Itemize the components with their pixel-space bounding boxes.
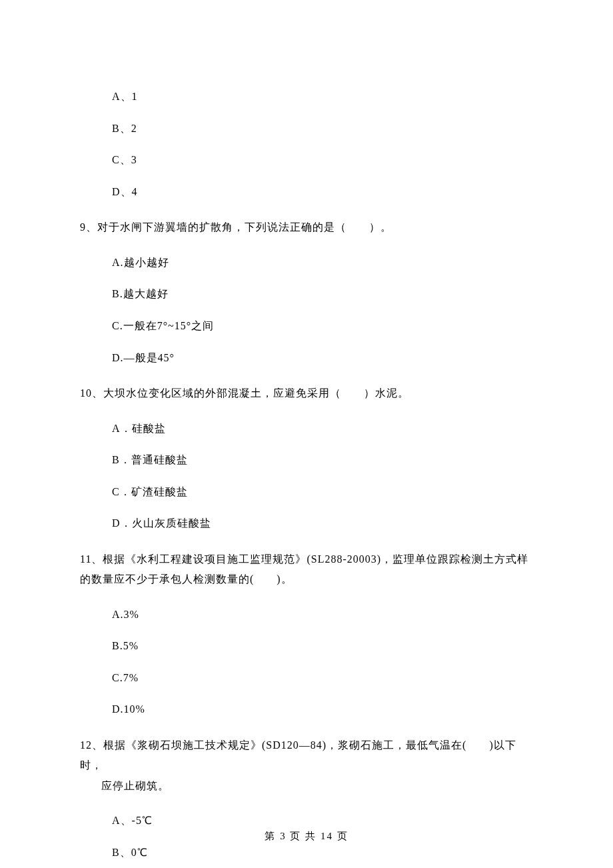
- q10-option-d: D．火山灰质硅酸盐: [112, 515, 533, 532]
- q8-option-a: A、1: [112, 88, 533, 105]
- q9-option-a: A.越小越好: [112, 254, 533, 271]
- q12-option-a: A、-5℃: [112, 812, 533, 829]
- q10-option-a: A．硅酸盐: [112, 420, 533, 437]
- q8-option-d: D、4: [112, 183, 533, 201]
- q12-stem: 12、根据《浆砌石坝施工技术规定》(SD120—84)，浆砌石施工，最低气温在(…: [80, 735, 533, 796]
- q9-option-b: B.越大越好: [112, 285, 533, 303]
- q9-stem: 9、对于水闸下游翼墙的扩散角，下列说法正确的是（ ）。: [80, 217, 533, 237]
- exam-page: A、1 B、2 C、3 D、4 9、对于水闸下游翼墙的扩散角，下列说法正确的是（…: [0, 0, 613, 868]
- q12-stem-line2: 应停止砌筑。: [101, 776, 533, 796]
- page-footer: 第 3 页 共 14 页: [0, 830, 613, 843]
- q12-option-b: B、0℃: [112, 844, 533, 861]
- q12-stem-line1: 12、根据《浆砌石坝施工技术规定》(SD120—84)，浆砌石施工，最低气温在(…: [80, 739, 516, 771]
- q11-option-d: D.10%: [112, 701, 533, 718]
- q11-option-b: B.5%: [112, 637, 533, 655]
- q8-option-b: B、2: [112, 120, 533, 137]
- q10-option-c: C．矿渣硅酸盐: [112, 483, 533, 501]
- q10-option-b: B．普通硅酸盐: [112, 451, 533, 469]
- q11-stem: 11、根据《水利工程建设项目施工监理规范》(SL288-20003)，监理单位跟…: [80, 549, 533, 590]
- q11-option-a: A.3%: [112, 606, 533, 623]
- q9-option-c: C.一般在7°~15°之间: [112, 317, 533, 335]
- q8-option-c: C、3: [112, 151, 533, 169]
- q10-stem: 10、大坝水位变化区域的外部混凝土，应避免采用（ ）水泥。: [80, 383, 533, 403]
- q11-option-c: C.7%: [112, 669, 533, 687]
- q9-option-d: D.—般是45°: [112, 349, 533, 367]
